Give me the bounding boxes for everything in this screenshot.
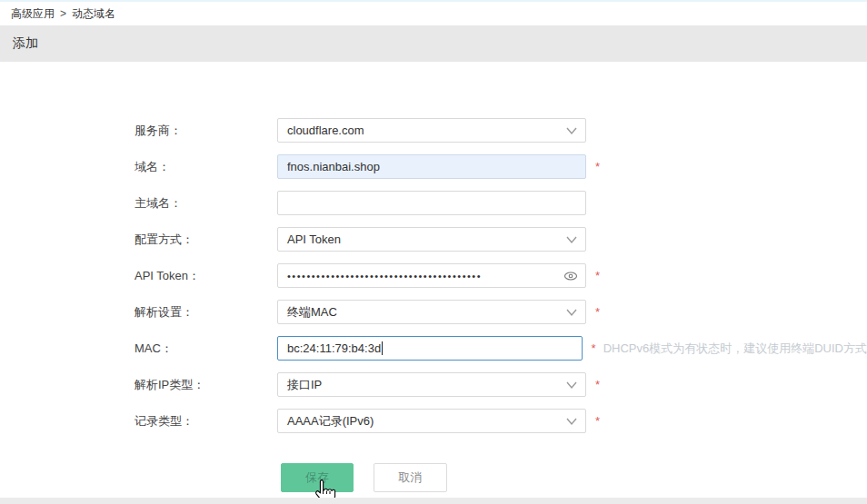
form-row-domain: 域名： fnos.nianbai.shop * xyxy=(135,154,867,179)
form-row-config-mode: 配置方式： API Token xyxy=(135,227,867,252)
required-mark: * xyxy=(595,269,600,282)
form-row-resolve-ip-type: 解析IP类型： 接口IP * xyxy=(135,372,867,397)
record-type-label: 记录类型： xyxy=(135,413,277,430)
record-type-select[interactable]: AAAA记录(IPv6) xyxy=(277,409,586,433)
domain-value: fnos.nianbai.shop xyxy=(287,160,380,173)
required-mark: * xyxy=(595,160,600,173)
mac-value: bc:24:11:79:b4:3d xyxy=(287,341,381,355)
form-row-mac: MAC： bc:24:11:79:b4:3d * DHCPv6模式为有状态时，建… xyxy=(135,336,867,361)
provider-value: cloudflare.com xyxy=(287,124,364,137)
mac-input[interactable]: bc:24:11:79:b4:3d xyxy=(277,336,583,361)
breadcrumb-item-advanced-apps[interactable]: 高级应用 xyxy=(11,6,55,22)
config-mode-select[interactable]: API Token xyxy=(277,227,586,252)
chevron-down-icon xyxy=(566,308,577,317)
domain-input[interactable]: fnos.nianbai.shop xyxy=(277,154,586,179)
form-row-subdomain: 主域名： xyxy=(135,191,867,215)
form-row-provider: 服务商： cloudflare.com xyxy=(135,118,867,143)
domain-label: 域名： xyxy=(135,159,277,175)
chevron-down-icon xyxy=(566,417,577,426)
subdomain-input[interactable] xyxy=(277,191,586,215)
breadcrumb-separator: > xyxy=(60,7,66,20)
provider-select[interactable]: cloudflare.com xyxy=(277,118,586,143)
form-row-record-type: 记录类型： AAAA记录(IPv6) * xyxy=(135,409,867,433)
resolve-setting-select[interactable]: 终端MAC xyxy=(277,300,586,324)
mac-label: MAC： xyxy=(135,341,277,357)
resolve-ip-type-select[interactable]: 接口IP xyxy=(277,372,586,397)
eye-icon[interactable] xyxy=(563,270,578,282)
subdomain-label: 主域名： xyxy=(135,195,277,212)
page-title: 添加 xyxy=(13,35,38,52)
api-token-masked-value: •••••••••••••••••••••••••••••••••••••••• xyxy=(287,271,560,282)
chevron-down-icon xyxy=(566,126,577,135)
form-row-resolve-setting: 解析设置： 终端MAC * xyxy=(135,300,867,324)
config-mode-value: API Token xyxy=(287,232,341,246)
text-caret xyxy=(382,341,383,355)
api-token-input[interactable]: •••••••••••••••••••••••••••••••••••••••• xyxy=(277,263,586,288)
ddns-form: 服务商： cloudflare.com 域名： fnos.nianbai.sho… xyxy=(0,62,867,492)
provider-label: 服务商： xyxy=(135,123,277,139)
resolve-setting-value: 终端MAC xyxy=(287,304,337,321)
record-type-value: AAAA记录(IPv6) xyxy=(287,413,374,430)
breadcrumb-item-dynamic-domain[interactable]: 动态域名 xyxy=(72,6,115,22)
required-mark: * xyxy=(595,305,600,319)
save-button[interactable]: 保存 xyxy=(281,463,354,492)
chevron-down-icon xyxy=(566,235,577,244)
chevron-down-icon xyxy=(566,380,577,390)
required-mark: * xyxy=(595,414,600,428)
resolve-setting-label: 解析设置： xyxy=(135,304,277,321)
cancel-button[interactable]: 取消 xyxy=(374,463,447,492)
bottom-edge-strip xyxy=(0,498,867,504)
api-token-label: API Token： xyxy=(135,268,277,284)
form-actions: 保存 取消 xyxy=(281,463,867,492)
form-row-api-token: API Token： •••••••••••••••••••••••••••••… xyxy=(135,263,867,288)
resolve-ip-type-label: 解析IP类型： xyxy=(135,377,277,393)
ddns-add-page: 高级应用 > 动态域名 添加 服务商： cloudflare.com 域名： f… xyxy=(0,0,867,504)
breadcrumb: 高级应用 > 动态域名 xyxy=(0,2,867,25)
resolve-ip-type-value: 接口IP xyxy=(287,377,322,393)
mac-hint-text: DHCPv6模式为有状态时，建议使用终端DUID方式 xyxy=(603,341,867,357)
required-mark: * xyxy=(592,341,596,355)
required-mark: * xyxy=(595,378,600,391)
section-header: 添加 xyxy=(0,25,867,62)
config-mode-label: 配置方式： xyxy=(135,232,277,248)
